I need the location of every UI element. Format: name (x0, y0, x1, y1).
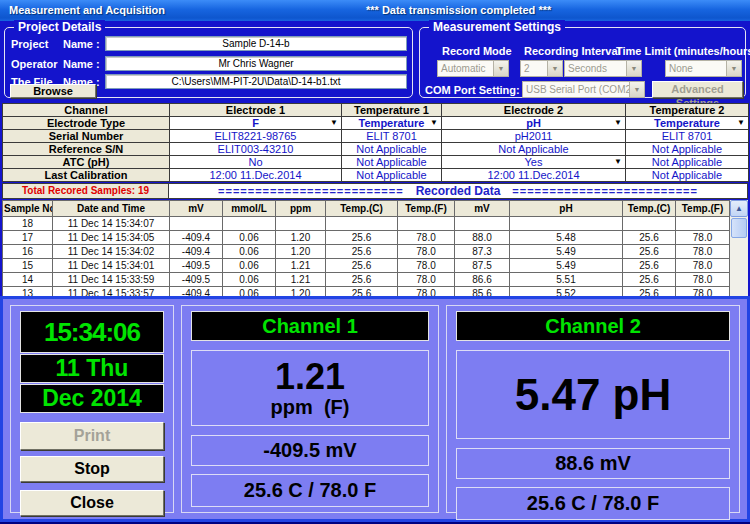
electrode2-serial: pH2011 (442, 130, 626, 143)
temperature2-reference: Not Applicable (626, 143, 749, 156)
temperature1-serial: ELIT 8701 (342, 130, 442, 143)
total-samples-label: Total Recored Samples: 19 (2, 183, 169, 199)
dropdown-arrow-icon[interactable]: ▼ (430, 118, 438, 127)
channel1-main-reading: 1.21 ppm (F) (191, 350, 429, 426)
close-button[interactable]: Close (20, 490, 164, 516)
operator-name-row: Operator Name : Mr Chris Wagner (11, 56, 407, 71)
table-row: 1611 Dec 14 15:34:02-409.40.061.2025.678… (3, 245, 730, 259)
electrode1-atc: No (170, 156, 342, 169)
channel2-temp-reading: 25.6 C / 78.0 F (456, 487, 730, 520)
scrollbar-thumb[interactable] (731, 218, 747, 238)
grid-col-tempc2: Temp.(C) (623, 201, 676, 217)
stop-button[interactable]: Stop (20, 456, 164, 482)
recording-interval-label: Recording Interval (524, 45, 621, 57)
serial-number-row: Serial Number ELIT8221-98765 ELIT 8701 p… (3, 130, 749, 143)
project-name-label: Name : (63, 38, 105, 50)
table-row: 1711 Dec 14 15:34:05-409.40.061.2025.678… (3, 231, 730, 245)
row-label-last-calibration: Last Calibration (3, 169, 170, 182)
time-limit-label: Time Limit (minutes/hours) (616, 45, 750, 57)
temperature2-calibration: Not Applicable (626, 169, 749, 182)
dropdown-arrow-icon[interactable]: ▼ (737, 118, 745, 127)
status-panel: 15:34:06 11 Thu Dec 2014 Print Stop Clos… (0, 296, 750, 522)
chevron-down-icon[interactable]: ▼ (547, 61, 562, 76)
channel2-main-reading: 5.47 pH (456, 350, 730, 439)
file-name-input[interactable]: C:\Users\MM-PIT-2U\Data\D-14-b1.txt (105, 74, 407, 89)
clock-month-display: Dec 2014 (20, 384, 164, 413)
project-name-row: Project Name : Sample D-14-b (11, 36, 407, 51)
grid-col-mv1: mV (170, 201, 223, 217)
channel1-unit: ppm (F) (271, 396, 350, 418)
channel1-panel: Channel 1 1.21 ppm (F) -409.5 mV 25.6 C … (181, 305, 439, 513)
transmission-status: *** Data transmission completed *** (366, 0, 551, 21)
row-label-serial-number: Serial Number (3, 130, 170, 143)
channel1-title: Channel 1 (191, 311, 429, 341)
project-details-group: Project Details Project Name : Sample D-… (4, 27, 413, 98)
interval-unit-select[interactable]: Seconds ▼ (564, 60, 642, 77)
com-port-select[interactable]: USB Serial Port (COM2) ▼ (522, 81, 645, 98)
chevron-down-icon[interactable]: ▼ (726, 61, 741, 76)
electrode-type-row: Electrode Type F▼ Temperature▼ pH▼ Tempe… (3, 117, 749, 130)
operator-name-input[interactable]: Mr Chris Wagner (105, 56, 407, 71)
advanced-settings-button[interactable]: Advanced Settings (652, 81, 743, 98)
electrode2-reference: Not Applicable (442, 143, 626, 156)
browse-button[interactable]: Browse (10, 84, 96, 98)
channel2-mv-reading: 88.6 mV (456, 448, 730, 479)
print-button[interactable]: Print (20, 422, 164, 450)
temperature1-atc: Not Applicable (342, 156, 442, 169)
scroll-up-icon[interactable]: ▲ (730, 200, 748, 217)
channel1-mv-reading: -409.5 mV (191, 435, 429, 466)
separator-left: ========================= (218, 185, 404, 197)
grid-col-tempf1: Temp.(F) (398, 201, 455, 217)
temperature2-atc: Not Applicable (626, 156, 749, 169)
table-row: 1811 Dec 14 15:34:07 (3, 217, 730, 231)
col-temperature1: Temperature 1 (342, 104, 442, 117)
temperature2-serial: ELIT 8701 (626, 130, 749, 143)
dropdown-arrow-icon[interactable]: ▼ (614, 118, 622, 127)
row-label-reference-sn: Reference S/N (3, 143, 170, 156)
recorded-data-title: Recorded Data (416, 184, 501, 198)
grid-col-mv2: mV (455, 201, 510, 217)
project-name-input[interactable]: Sample D-14-b (105, 36, 407, 51)
electrode1-calibration: 12:00 11.Dec.2014 (170, 169, 342, 182)
table-row: 1511 Dec 14 15:34:01-409.50.061.2125.678… (3, 259, 730, 273)
channel1-temp-reading: 25.6 C / 78.0 F (191, 474, 429, 507)
time-limit-select[interactable]: None ▼ (665, 60, 742, 77)
project-label: Project (11, 38, 63, 50)
chevron-down-icon[interactable]: ▼ (626, 61, 641, 76)
grid-col-date-time: Date and Time (53, 201, 170, 217)
electrode2-calibration: 12:00 11.Dec.2014 (442, 169, 626, 182)
electrode2-atc-select[interactable]: Yes▼ (442, 156, 626, 169)
dropdown-arrow-icon[interactable]: ▼ (330, 118, 338, 127)
com-port-label: COM Port Setting: (425, 84, 520, 96)
measurement-settings-legend: Measurement Settings (429, 20, 565, 34)
last-calibration-row: Last Calibration 12:00 11.Dec.2014 Not A… (3, 169, 749, 182)
col-temperature2: Temperature 2 (626, 104, 749, 117)
electrode1-type-select[interactable]: F▼ (170, 117, 342, 130)
temperature1-type-select[interactable]: Temperature▼ (342, 117, 442, 130)
channel-header-row: Channel Electrode 1 Temperature 1 Electr… (3, 104, 749, 117)
table-row: 1311 Dec 14 15:33:57-409.40.061.2025.678… (3, 287, 730, 297)
col-electrode1: Electrode 1 (170, 104, 342, 117)
table-row: 1411 Dec 14 15:33:59-409.50.061.2125.678… (3, 273, 730, 287)
chevron-down-icon[interactable]: ▼ (629, 82, 644, 97)
vertical-scrollbar[interactable]: ▲ (729, 200, 748, 296)
channel2-title: Channel 2 (456, 311, 730, 341)
channel1-value: 1.21 (275, 358, 345, 396)
record-mode-select[interactable]: Automatic ▼ (437, 60, 509, 77)
app-window: Measurement and Acquisition *** Data tra… (0, 0, 750, 524)
interval-value-select[interactable]: 2 ▼ (520, 60, 563, 77)
grid-col-ppm: ppm (276, 201, 326, 217)
clock-time-display: 15:34:06 (20, 311, 164, 353)
reference-sn-row: Reference S/N ELIT003-43210 Not Applicab… (3, 143, 749, 156)
temperature2-type-select[interactable]: Temperature▼ (626, 117, 749, 130)
electrode1-reference: ELIT003-43210 (170, 143, 342, 156)
dropdown-arrow-icon[interactable]: ▼ (614, 157, 622, 166)
clock-day-display: 11 Thu (20, 354, 164, 383)
electrode2-type-select[interactable]: pH▼ (442, 117, 626, 130)
recorded-data-banner: =========================Recorded Data==… (169, 183, 748, 199)
atc-row: ATC (pH) No Not Applicable Yes▼ Not Appl… (3, 156, 749, 169)
row-label-atc: ATC (pH) (3, 156, 170, 169)
channel2-value: 5.47 pH (515, 372, 672, 418)
col-channel: Channel (3, 104, 170, 117)
chevron-down-icon[interactable]: ▼ (493, 61, 508, 76)
